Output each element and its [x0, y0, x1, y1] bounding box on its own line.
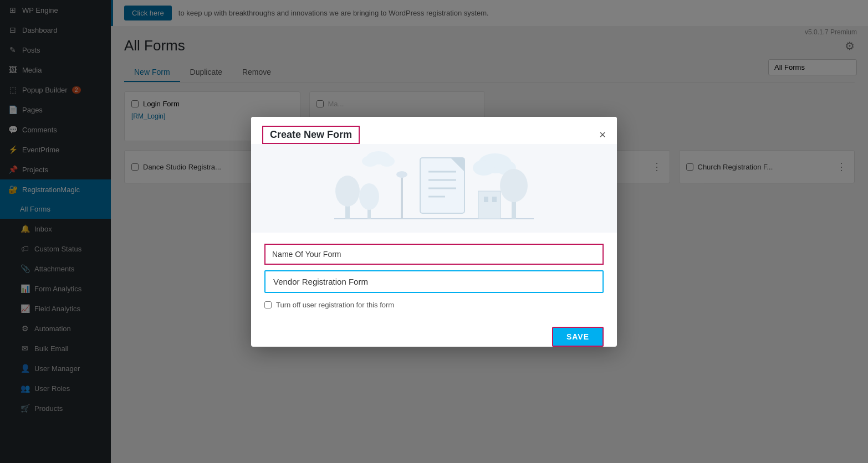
svg-point-6 — [396, 171, 407, 178]
modal-body: Name Of Your Form Turn off user registra… — [251, 233, 617, 331]
svg-rect-7 — [420, 158, 464, 213]
form-name-label-box: Name Of Your Form — [264, 244, 604, 265]
svg-point-17 — [362, 156, 379, 167]
modal-header: Create New Form × — [251, 117, 617, 144]
svg-point-4 — [359, 183, 379, 210]
modal-title: Create New Form — [262, 126, 360, 144]
turn-off-registration-checkbox[interactable] — [264, 301, 272, 308]
modal-close-button[interactable]: × — [599, 129, 606, 140]
svg-point-2 — [335, 176, 360, 207]
svg-point-18 — [379, 156, 395, 167]
svg-rect-21 — [478, 191, 501, 219]
modal-overlay[interactable]: Create New Form × — [0, 0, 868, 463]
checkbox-label: Turn off user registration for this form — [276, 301, 394, 309]
form-name-input[interactable] — [264, 270, 604, 293]
modal-create-form: Create New Form × — [251, 117, 617, 347]
svg-rect-22 — [484, 197, 488, 202]
modal-illustration — [251, 144, 617, 233]
svg-rect-23 — [492, 197, 497, 202]
form-name-label: Name Of Your Form — [272, 250, 341, 259]
svg-point-14 — [473, 160, 495, 176]
illustration-svg — [323, 147, 545, 230]
svg-rect-5 — [401, 174, 403, 219]
save-button[interactable]: SAVE — [552, 327, 604, 347]
svg-point-20 — [500, 169, 528, 202]
checkbox-row: Turn off user registration for this form — [264, 301, 604, 309]
